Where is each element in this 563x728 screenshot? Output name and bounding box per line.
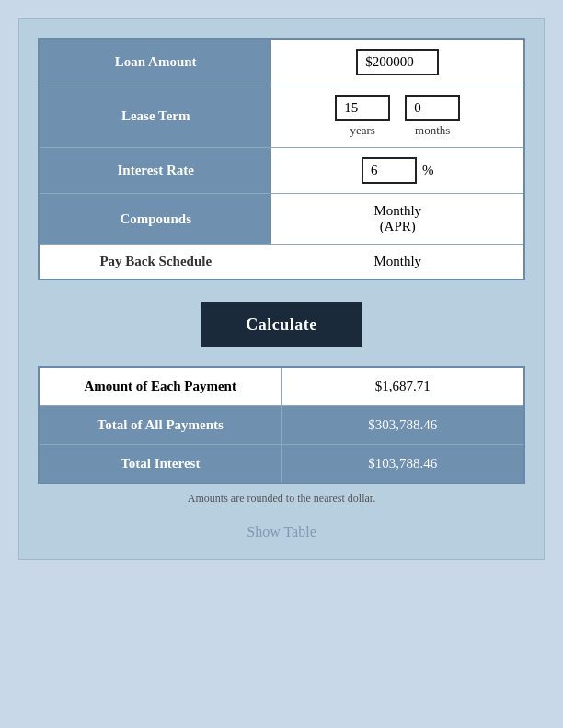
results-table: Amount of Each Payment $1,687.71 Total o… (38, 366, 525, 484)
total-interest-value: $103,788.46 (282, 445, 524, 484)
amount-per-payment-value: $1,687.71 (282, 367, 524, 406)
years-input[interactable] (335, 95, 390, 121)
years-group: years (335, 95, 390, 138)
interest-rate-group: % (286, 157, 509, 184)
pay-back-value-cell: Monthly (271, 245, 524, 280)
loan-amount-label: Loan Amount (39, 39, 271, 85)
compounds-label: Compounds (39, 194, 271, 245)
lease-term-inputs: years months (286, 95, 509, 138)
amount-per-payment-label: Amount of Each Payment (39, 367, 282, 406)
total-payments-row: Total of All Payments $303,788.46 (39, 406, 524, 445)
lease-term-value-cell: years months (271, 85, 524, 148)
total-interest-row: Total Interest $103,788.46 (39, 445, 524, 484)
loan-amount-input[interactable] (356, 49, 439, 75)
calculate-button[interactable]: Calculate (201, 302, 361, 347)
show-table-button[interactable]: Show Table (38, 524, 525, 540)
compounds-value-cell: Monthly(APR) (271, 194, 524, 245)
calculator-table: Loan Amount Lease Term years months (38, 38, 525, 280)
pay-back-value: Monthly (373, 254, 421, 268)
pay-back-label: Pay Back Schedule (39, 245, 271, 280)
lease-term-row: Lease Term years months (39, 85, 524, 148)
calculate-button-row: Calculate (38, 302, 525, 347)
interest-rate-value-cell: % (271, 148, 524, 194)
months-input[interactable] (405, 95, 460, 121)
months-group: months (405, 95, 460, 138)
interest-rate-row: Interest Rate % (39, 148, 524, 194)
compounds-value: Monthly(APR) (373, 203, 421, 233)
page-wrapper: Loan Amount Lease Term years months (18, 18, 545, 560)
loan-amount-row: Loan Amount (39, 39, 524, 85)
total-interest-label: Total Interest (39, 445, 282, 484)
interest-rate-label: Interest Rate (39, 148, 271, 194)
amount-per-payment-row: Amount of Each Payment $1,687.71 (39, 367, 524, 406)
compounds-row: Compounds Monthly(APR) (39, 194, 524, 245)
lease-term-label: Lease Term (39, 85, 271, 148)
interest-rate-input[interactable] (362, 157, 417, 184)
years-label: years (350, 123, 375, 138)
total-payments-value: $303,788.46 (282, 406, 524, 445)
total-payments-label: Total of All Payments (39, 406, 282, 445)
pay-back-row: Pay Back Schedule Monthly (39, 245, 524, 280)
loan-amount-value-cell (271, 39, 524, 85)
rounded-note: Amounts are rounded to the nearest dolla… (38, 492, 525, 506)
months-label: months (415, 123, 450, 138)
percent-symbol: % (422, 163, 434, 178)
